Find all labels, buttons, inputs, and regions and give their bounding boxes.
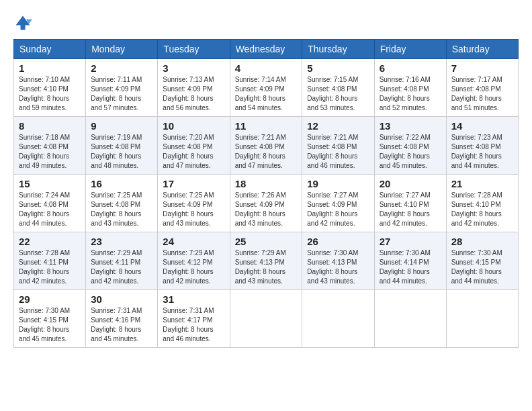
day-number: 13 (380, 120, 441, 132)
calendar-cell: 12Sunrise: 7:21 AMSunset: 4:08 PMDayligh… (302, 117, 374, 175)
calendar-cell: 24Sunrise: 7:29 AMSunset: 4:12 PMDayligh… (158, 232, 230, 290)
day-number: 5 (307, 62, 369, 74)
header-wednesday: Wednesday (230, 40, 302, 59)
calendar-cell: 9Sunrise: 7:19 AMSunset: 4:08 PMDaylight… (86, 117, 158, 175)
day-info: Sunrise: 7:21 AMSunset: 4:08 PMDaylight:… (235, 133, 298, 171)
calendar-cell: 8Sunrise: 7:18 AMSunset: 4:08 PMDaylight… (14, 117, 86, 175)
day-number: 30 (91, 293, 152, 305)
day-number: 8 (19, 120, 81, 132)
day-number: 31 (163, 293, 224, 305)
day-number: 23 (91, 236, 152, 247)
day-number: 10 (163, 120, 224, 132)
header-sunday: Sunday (14, 40, 86, 59)
page-header (13, 13, 519, 32)
calendar-cell (374, 290, 446, 348)
calendar-cell: 1Sunrise: 7:10 AMSunset: 4:10 PMDaylight… (14, 59, 86, 117)
header-tuesday: Tuesday (158, 40, 230, 59)
day-number: 26 (307, 236, 369, 247)
day-info: Sunrise: 7:21 AMSunset: 4:08 PMDaylight:… (307, 133, 369, 171)
day-info: Sunrise: 7:18 AMSunset: 4:08 PMDaylight:… (19, 133, 81, 171)
calendar-cell: 30Sunrise: 7:31 AMSunset: 4:16 PMDayligh… (86, 290, 158, 348)
day-info: Sunrise: 7:24 AMSunset: 4:08 PMDaylight:… (19, 191, 81, 228)
calendar-cell: 31Sunrise: 7:31 AMSunset: 4:17 PMDayligh… (158, 290, 230, 348)
calendar-cell: 13Sunrise: 7:22 AMSunset: 4:08 PMDayligh… (374, 117, 446, 175)
calendar-cell: 21Sunrise: 7:28 AMSunset: 4:10 PMDayligh… (446, 175, 518, 232)
calendar-cell (302, 290, 374, 348)
week-row-2: 8Sunrise: 7:18 AMSunset: 4:08 PMDaylight… (14, 117, 519, 175)
header-monday: Monday (86, 40, 158, 59)
day-number: 3 (163, 62, 224, 74)
day-info: Sunrise: 7:30 AMSunset: 4:15 PMDaylight:… (451, 248, 513, 286)
svg-marker-0 (16, 16, 30, 30)
day-info: Sunrise: 7:23 AMSunset: 4:08 PMDaylight:… (451, 133, 513, 171)
day-info: Sunrise: 7:30 AMSunset: 4:14 PMDaylight:… (380, 248, 441, 286)
day-info: Sunrise: 7:31 AMSunset: 4:17 PMDaylight:… (163, 306, 224, 344)
week-row-5: 29Sunrise: 7:30 AMSunset: 4:15 PMDayligh… (14, 290, 519, 348)
day-number: 12 (307, 120, 369, 132)
calendar-cell: 19Sunrise: 7:27 AMSunset: 4:09 PMDayligh… (302, 175, 374, 232)
day-info: Sunrise: 7:29 AMSunset: 4:12 PMDaylight:… (163, 248, 224, 286)
calendar-cell: 2Sunrise: 7:11 AMSunset: 4:09 PMDaylight… (86, 59, 158, 117)
day-info: Sunrise: 7:15 AMSunset: 4:08 PMDaylight:… (307, 75, 369, 113)
calendar-cell: 4Sunrise: 7:14 AMSunset: 4:09 PMDaylight… (230, 59, 302, 117)
day-info: Sunrise: 7:27 AMSunset: 4:10 PMDaylight:… (380, 191, 441, 228)
day-info: Sunrise: 7:26 AMSunset: 4:09 PMDaylight:… (235, 191, 298, 228)
day-number: 22 (19, 236, 81, 247)
calendar-cell: 11Sunrise: 7:21 AMSunset: 4:08 PMDayligh… (230, 117, 302, 175)
day-info: Sunrise: 7:13 AMSunset: 4:09 PMDaylight:… (163, 75, 224, 113)
calendar-cell: 5Sunrise: 7:15 AMSunset: 4:08 PMDaylight… (302, 59, 374, 117)
calendar-cell: 16Sunrise: 7:25 AMSunset: 4:08 PMDayligh… (86, 175, 158, 232)
day-number: 18 (235, 178, 298, 189)
day-info: Sunrise: 7:30 AMSunset: 4:13 PMDaylight:… (307, 248, 369, 286)
week-row-1: 1Sunrise: 7:10 AMSunset: 4:10 PMDaylight… (14, 59, 519, 117)
calendar-cell (230, 290, 302, 348)
day-number: 11 (235, 120, 298, 132)
header-thursday: Thursday (302, 40, 374, 59)
header-saturday: Saturday (446, 40, 518, 59)
day-info: Sunrise: 7:28 AMSunset: 4:10 PMDaylight:… (451, 191, 513, 228)
calendar-cell: 18Sunrise: 7:26 AMSunset: 4:09 PMDayligh… (230, 175, 302, 232)
day-number: 14 (451, 120, 513, 132)
day-number: 20 (380, 178, 441, 189)
day-number: 21 (451, 178, 513, 189)
day-number: 24 (163, 236, 224, 247)
header-friday: Friday (374, 40, 446, 59)
day-number: 27 (380, 236, 441, 247)
day-info: Sunrise: 7:31 AMSunset: 4:16 PMDaylight:… (91, 306, 152, 344)
day-number: 17 (163, 178, 224, 189)
day-info: Sunrise: 7:22 AMSunset: 4:08 PMDaylight:… (380, 133, 441, 171)
calendar-cell: 17Sunrise: 7:25 AMSunset: 4:09 PMDayligh… (158, 175, 230, 232)
calendar-cell (446, 290, 518, 348)
day-info: Sunrise: 7:29 AMSunset: 4:11 PMDaylight:… (91, 248, 152, 286)
day-info: Sunrise: 7:11 AMSunset: 4:09 PMDaylight:… (91, 75, 152, 113)
day-info: Sunrise: 7:25 AMSunset: 4:08 PMDaylight:… (91, 191, 152, 228)
day-number: 1 (19, 62, 81, 74)
week-row-3: 15Sunrise: 7:24 AMSunset: 4:08 PMDayligh… (14, 175, 519, 232)
day-number: 16 (91, 178, 152, 189)
calendar-cell: 3Sunrise: 7:13 AMSunset: 4:09 PMDaylight… (158, 59, 230, 117)
week-row-4: 22Sunrise: 7:28 AMSunset: 4:11 PMDayligh… (14, 232, 519, 290)
calendar-cell: 20Sunrise: 7:27 AMSunset: 4:10 PMDayligh… (374, 175, 446, 232)
day-info: Sunrise: 7:20 AMSunset: 4:08 PMDaylight:… (163, 133, 224, 171)
calendar-cell: 14Sunrise: 7:23 AMSunset: 4:08 PMDayligh… (446, 117, 518, 175)
calendar-cell: 23Sunrise: 7:29 AMSunset: 4:11 PMDayligh… (86, 232, 158, 290)
day-number: 19 (307, 178, 369, 189)
day-number: 9 (91, 120, 152, 132)
day-info: Sunrise: 7:14 AMSunset: 4:09 PMDaylight:… (235, 75, 298, 113)
day-info: Sunrise: 7:25 AMSunset: 4:09 PMDaylight:… (163, 191, 224, 228)
day-info: Sunrise: 7:16 AMSunset: 4:08 PMDaylight:… (380, 75, 441, 113)
calendar-cell: 6Sunrise: 7:16 AMSunset: 4:08 PMDaylight… (374, 59, 446, 117)
day-info: Sunrise: 7:17 AMSunset: 4:08 PMDaylight:… (451, 75, 513, 113)
calendar-cell: 10Sunrise: 7:20 AMSunset: 4:08 PMDayligh… (158, 117, 230, 175)
calendar-cell: 22Sunrise: 7:28 AMSunset: 4:11 PMDayligh… (14, 232, 86, 290)
day-info: Sunrise: 7:19 AMSunset: 4:08 PMDaylight:… (91, 133, 152, 171)
calendar-cell: 28Sunrise: 7:30 AMSunset: 4:15 PMDayligh… (446, 232, 518, 290)
calendar-cell: 26Sunrise: 7:30 AMSunset: 4:13 PMDayligh… (302, 232, 374, 290)
day-info: Sunrise: 7:27 AMSunset: 4:09 PMDaylight:… (307, 191, 369, 228)
calendar-cell: 27Sunrise: 7:30 AMSunset: 4:14 PMDayligh… (374, 232, 446, 290)
calendar-header-row: SundayMondayTuesdayWednesdayThursdayFrid… (14, 40, 519, 59)
calendar: SundayMondayTuesdayWednesdayThursdayFrid… (13, 39, 519, 348)
day-info: Sunrise: 7:28 AMSunset: 4:11 PMDaylight:… (19, 248, 81, 286)
calendar-cell: 15Sunrise: 7:24 AMSunset: 4:08 PMDayligh… (14, 175, 86, 232)
day-number: 6 (380, 62, 441, 74)
